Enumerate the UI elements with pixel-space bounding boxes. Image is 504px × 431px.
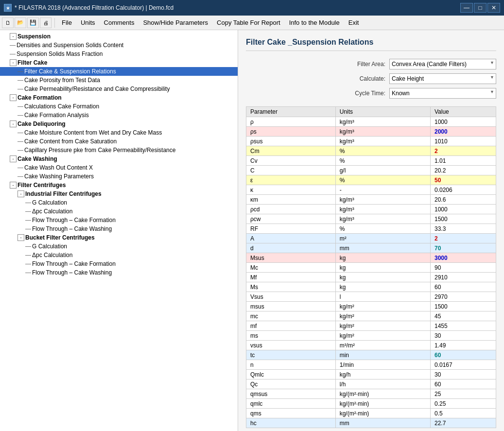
cell-value[interactable]: 1.01: [430, 156, 496, 166]
cell-value[interactable]: 33.3: [430, 224, 496, 234]
cell-value[interactable]: 0.0167: [430, 360, 496, 370]
toolbar-new[interactable]: 🗋: [2, 17, 14, 28]
tree-suspension[interactable]: - Suspension: [0, 32, 238, 41]
cell-value[interactable]: 20.6: [430, 195, 496, 205]
tree-cake-washing-params[interactable]: — Cake Washing Parameters: [0, 172, 238, 181]
calculate-select-wrapper: Cake Height Filter Area Solids Mass: [389, 73, 496, 84]
tree-bucket-flow-washing[interactable]: — Flow Through – Cake Washing: [0, 268, 238, 277]
cell-value[interactable]: 3000: [430, 253, 496, 263]
cell-value[interactable]: 30: [430, 331, 496, 341]
cell-param: qmsus: [246, 389, 336, 399]
tree-cake-formation-analysis[interactable]: — Cake Formation Analysis: [0, 111, 238, 120]
tree-cake-content-saturation[interactable]: — Cake Content from Cake Saturation: [0, 137, 238, 146]
cell-value[interactable]: 60: [430, 350, 496, 360]
cell-value[interactable]: 50: [430, 175, 496, 185]
tree-cake-formation[interactable]: - Cake Formation: [0, 93, 238, 102]
cell-param: Vsus: [246, 292, 336, 302]
cell-param: Mc: [246, 263, 336, 273]
filter-area-select[interactable]: Convex Area (Candle Filters) Flat Area C…: [389, 59, 496, 69]
tree-industrial-g-calc[interactable]: — G Calculation: [0, 198, 238, 207]
toolbar-open[interactable]: 📂: [15, 17, 26, 28]
cell-value[interactable]: 1500: [430, 214, 496, 224]
cell-value[interactable]: 1.49: [430, 341, 496, 350]
menu-units[interactable]: Units: [77, 17, 99, 28]
cell-value[interactable]: 70: [430, 243, 496, 253]
cycle-time-select[interactable]: Known Unknown: [389, 88, 496, 99]
table-row: Cg/l20.2: [246, 166, 496, 175]
cell-value[interactable]: 0.5: [430, 409, 496, 418]
cell-value[interactable]: 60: [430, 282, 496, 292]
cell-value[interactable]: 1000: [430, 117, 496, 127]
tree-suspension-solids[interactable]: — Suspension Solids Mass Fraction: [0, 50, 238, 58]
cell-units: m³/m²: [335, 341, 430, 350]
cell-value[interactable]: 1000: [430, 205, 496, 214]
tree-filter-cake[interactable]: - Filter Cake: [0, 58, 238, 67]
cell-value[interactable]: 2: [430, 234, 496, 243]
tree-cake-deliquoring[interactable]: - Cake Deliquoring: [0, 120, 238, 128]
tree-cake-washout[interactable]: — Cake Wash Out Content X: [0, 163, 238, 172]
cell-value[interactable]: 60: [430, 379, 496, 389]
tree-cake-washing[interactable]: - Cake Washing: [0, 155, 238, 163]
menu-info[interactable]: Info to the Module: [285, 17, 344, 28]
menu-copytable[interactable]: Copy Table For Report: [213, 17, 284, 28]
tree-cake-porosity[interactable]: — Cake Porosity from Test Data: [0, 76, 238, 85]
cell-value[interactable]: 20.2: [430, 166, 496, 175]
menu-comments[interactable]: Comments: [100, 17, 139, 28]
close-button[interactable]: ✕: [487, 3, 500, 13]
tree-filter-cake-suspension[interactable]: — Filter Cake & Suspension Relations: [0, 67, 238, 76]
cell-value[interactable]: 2000: [430, 127, 496, 137]
tree-industrial-centrifuges[interactable]: - Industrial Filter Centrifuges: [0, 190, 238, 198]
toolbar-save[interactable]: 💾: [27, 17, 39, 28]
tree-bucket-g-calc[interactable]: — G Calculation: [0, 242, 238, 251]
expand-icon-bucket: -: [17, 234, 24, 241]
cell-value[interactable]: 30: [430, 370, 496, 379]
table-row: mskg/m²30: [246, 331, 496, 341]
cell-units: kg: [335, 273, 430, 282]
tree-densities[interactable]: — Densities and Suspension Solids Conten…: [0, 41, 238, 50]
calculate-select[interactable]: Cake Height Filter Area Solids Mass: [389, 73, 496, 84]
cell-value[interactable]: 0.25: [430, 399, 496, 409]
menu-exit[interactable]: Exit: [345, 17, 363, 28]
maximize-button[interactable]: □: [474, 3, 487, 13]
col-header-param: Parameter: [246, 107, 336, 117]
cell-units: kg/m²: [335, 302, 430, 311]
cell-value[interactable]: 1500: [430, 302, 496, 311]
cell-value[interactable]: 45: [430, 311, 496, 321]
cell-value[interactable]: 1455: [430, 321, 496, 331]
tree-cake-moisture-wet[interactable]: — Cake Moisture Content from Wet and Dry…: [0, 128, 238, 137]
tree-bucket-centrifuges[interactable]: - Bucket Filter Centrifuges: [0, 233, 238, 242]
menu-file[interactable]: File: [58, 17, 76, 28]
tree-cake-permeability[interactable]: — Cake Permeability/Resistance and Cake …: [0, 85, 238, 93]
cell-value[interactable]: 0.0206: [430, 185, 496, 195]
cell-value[interactable]: 2970: [430, 292, 496, 302]
tree-industrial-flow-formation[interactable]: — Flow Through – Cake Formation: [0, 216, 238, 224]
tree-calc-cake-formation[interactable]: — Calculations Cake Formation: [0, 102, 238, 111]
tree-industrial-dpc-calc[interactable]: — Δpc Calculation: [0, 207, 238, 216]
expand-icon: -: [10, 33, 17, 40]
minimize-button[interactable]: —: [460, 3, 473, 13]
cell-param: A: [246, 234, 336, 243]
cell-value[interactable]: 25: [430, 389, 496, 399]
cell-value[interactable]: 2: [430, 146, 496, 156]
cell-value[interactable]: 22.7: [430, 418, 496, 428]
table-row: Am²2: [246, 234, 496, 243]
cell-param: qms: [246, 409, 336, 418]
cell-value[interactable]: 1010: [430, 137, 496, 146]
cell-value[interactable]: 90: [430, 263, 496, 273]
calculate-row: Calculate: Cake Height Filter Area Solid…: [246, 73, 496, 84]
tree-bucket-dpc-calc[interactable]: — Δpc Calculation: [0, 251, 238, 259]
col-header-units: Units: [335, 107, 430, 117]
tree-industrial-flow-washing[interactable]: — Flow Through – Cake Washing: [0, 224, 238, 233]
tree-filter-centrifuges[interactable]: - Filter Centrifuges: [0, 181, 238, 190]
tree-capillary-pressure[interactable]: — Capillary Pressure pke from Cake Perme…: [0, 146, 238, 155]
tree-bucket-flow-formation[interactable]: — Flow Through – Cake Formation: [0, 259, 238, 268]
cell-value[interactable]: 2910: [430, 273, 496, 282]
cell-param: Cm: [246, 146, 336, 156]
toolbar-print[interactable]: 🖨: [40, 17, 52, 28]
menu-showhide[interactable]: Show/Hide Parameters: [139, 17, 212, 28]
cell-param: ρcd: [246, 205, 336, 214]
table-row: Mckg90: [246, 263, 496, 273]
cell-units: g/l: [335, 166, 430, 175]
cell-param: ms: [246, 331, 336, 341]
table-row: mfkg/m²1455: [246, 321, 496, 331]
